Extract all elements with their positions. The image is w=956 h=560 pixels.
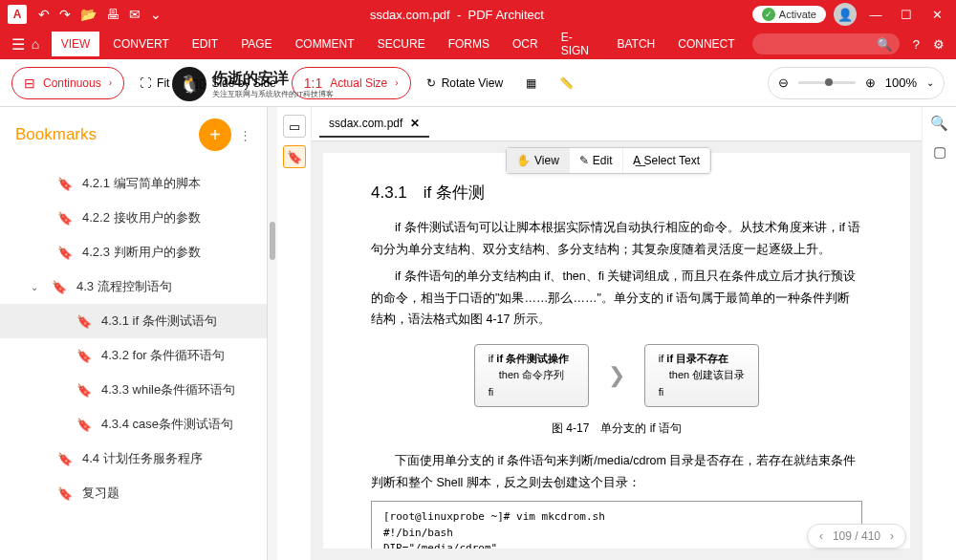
settings-icon[interactable]: ⚙	[933, 37, 945, 52]
continuous-button[interactable]: ⊟ Continuous ›	[11, 67, 124, 99]
bookmark-icon: 🔖	[76, 418, 92, 432]
bookmark-item[interactable]: 🔖4.3.4 case条件测试语句	[0, 407, 267, 442]
bookmark-item[interactable]: ⌄🔖4.3 流程控制语句	[0, 269, 267, 304]
bookmark-item[interactable]: 🔖复习题	[0, 476, 267, 510]
zoom-slider[interactable]	[798, 81, 856, 84]
arrow-icon: ❯	[608, 363, 625, 388]
paragraph: if 条件语句的单分支结构由 if、then、fi 关键词组成，而且只在条件成立…	[371, 266, 862, 331]
panel-icon[interactable]: ▢	[933, 143, 946, 161]
tab-page[interactable]: PAGE	[231, 32, 281, 56]
bookmark-icon: 🔖	[57, 246, 73, 260]
watermark-logo: 🐧	[172, 67, 206, 101]
bookmark-icon: 🔖	[57, 211, 73, 226]
bookmark-item[interactable]: 🔖4.3.2 for 条件循环语句	[0, 338, 267, 373]
diagram-box: if if 目录不存在 then 创建该目录fi	[644, 344, 759, 408]
figure-caption: 图 4-17 单分支的 if 语句	[371, 420, 862, 437]
panel-resizer[interactable]	[268, 107, 277, 560]
bookmark-label: 4.2.3 判断用户的参数	[82, 244, 201, 261]
chevron-down-icon: ⌄	[31, 282, 42, 292]
ruler-icon: 📏	[559, 76, 574, 90]
right-tool-strip: 🔍 ▢	[922, 107, 956, 560]
bookmark-label: 4.3.1 if 条件测试语句	[101, 312, 217, 330]
left-tab-strip: ▭ 🔖	[277, 107, 312, 560]
bookmark-item[interactable]: 🔖4.2.3 判断用户的参数	[0, 235, 267, 269]
zoom-value: 100%	[885, 75, 917, 90]
bookmark-icon: 🔖	[52, 280, 67, 294]
bookmark-item[interactable]: 🔖4.3.3 while条件循环语句	[0, 373, 267, 407]
next-page-button[interactable]: ›	[890, 529, 894, 543]
home-icon[interactable]: ⌂	[32, 36, 48, 52]
bookmark-label: 4.3.3 while条件循环语句	[101, 381, 235, 398]
zoom-in-button[interactable]: ⊕	[865, 75, 876, 90]
rotate-icon: ↻	[426, 76, 436, 90]
dropdown-icon[interactable]: ⌄	[150, 7, 162, 22]
tab-forms[interactable]: FORMS	[439, 32, 499, 56]
code-block: [root@linuxprobe ~]# vim mkcdrom.sh #!/b…	[371, 501, 862, 549]
text-icon: A͟	[633, 154, 641, 167]
grid-button[interactable]: ▦	[518, 76, 544, 90]
menu-icon[interactable]: ☰	[11, 35, 28, 54]
select-text-button[interactable]: A͟Select Text	[623, 148, 710, 173]
tab-batch[interactable]: BATCH	[607, 32, 664, 56]
panel-title: Bookmarks	[15, 125, 191, 144]
close-button[interactable]: ✕	[925, 3, 948, 26]
prev-page-button[interactable]: ‹	[819, 529, 823, 543]
grid-icon: ▦	[526, 76, 536, 90]
ruler-button[interactable]: 📏	[552, 76, 581, 90]
bookmark-item[interactable]: 🔖4.2.2 接收用户的参数	[0, 201, 267, 235]
tab-ocr[interactable]: OCR	[503, 32, 548, 56]
tab-connect[interactable]: CONNECT	[668, 32, 744, 56]
current-page[interactable]: 109	[833, 529, 852, 543]
chevron-down-icon[interactable]: ⌄	[926, 77, 934, 88]
section-heading: 4.3.1 if 条件测	[371, 182, 862, 204]
page-navigator: ‹ 109 / 410 ›	[807, 524, 906, 549]
tab-edit[interactable]: EDIT	[183, 32, 228, 56]
document-tabs: ssdax.com.pdf ✕	[312, 107, 922, 141]
minimize-button[interactable]: —	[864, 3, 887, 26]
pencil-icon: ✎	[579, 154, 589, 167]
close-tab-icon[interactable]: ✕	[410, 117, 420, 130]
edit-mode-button[interactable]: ✎Edit	[570, 148, 623, 173]
bookmark-icon: 🔖	[57, 486, 73, 501]
thumbnails-tab[interactable]: ▭	[283, 115, 306, 138]
diagram-box: if if 条件测试操作 then 命令序列fi	[474, 344, 589, 408]
help-icon[interactable]: ?	[913, 37, 920, 52]
folder-icon[interactable]: 📂	[80, 7, 97, 22]
rotate-button[interactable]: ↻Rotate View	[419, 76, 511, 90]
fit-button[interactable]: ⛶Fit	[132, 76, 177, 90]
chevron-right-icon: ›	[395, 77, 398, 88]
hand-icon: ✋	[516, 154, 531, 167]
chevron-right-icon: ›	[109, 77, 112, 88]
floating-toolbar: ✋View ✎Edit A͟Select Text	[506, 147, 711, 174]
search-input[interactable]: 🔍	[752, 33, 900, 54]
bookmark-item[interactable]: 🔖4.4 计划任务服务程序	[0, 442, 267, 476]
bookmarks-tab[interactable]: 🔖	[283, 145, 306, 168]
view-mode-button[interactable]: ✋View	[507, 148, 570, 173]
activate-button[interactable]: Activate	[752, 6, 826, 23]
tab-secure[interactable]: SECURE	[368, 32, 435, 56]
tab-esign[interactable]: E-SIGN	[552, 25, 604, 63]
add-bookmark-button[interactable]: +	[199, 118, 231, 151]
document-tab[interactable]: ssdax.com.pdf ✕	[319, 111, 429, 138]
tab-convert[interactable]: CONVERT	[103, 32, 178, 56]
bookmark-item[interactable]: 🔖4.2.1 编写简单的脚本	[0, 166, 267, 201]
bookmarks-panel: Bookmarks + ⋮ 🔖4.2.1 编写简单的脚本🔖4.2.2 接收用户的…	[0, 107, 268, 560]
print-icon[interactable]: 🖶	[106, 7, 120, 22]
paragraph: if 条件测试语句可以让脚本根据实际情况自动执行相应的命令。从技术角度来讲，if…	[371, 217, 862, 260]
more-icon[interactable]: ⋮	[239, 128, 251, 142]
back-icon[interactable]: ↶	[38, 7, 50, 22]
account-icon[interactable]: 👤	[834, 3, 857, 26]
forward-icon[interactable]: ↷	[59, 7, 71, 22]
watermark: 🐧 伤逝的安详 关注互联网与系统软件的IT科技博客	[172, 67, 334, 101]
zoom-out-button[interactable]: ⊖	[778, 75, 789, 90]
tab-view[interactable]: VIEW	[52, 32, 100, 56]
search-icon[interactable]: 🔍	[930, 115, 948, 132]
mail-icon[interactable]: ✉	[129, 7, 141, 22]
maximize-button[interactable]: ☐	[895, 3, 918, 26]
page-content: 4.3.1 if 条件测 if 条件测试语句可以让脚本根据实际情况自动执行相应的…	[323, 153, 910, 549]
paragraph: 下面使用单分支的 if 条件语句来判断/media/cdrom 目录是否存在，若…	[371, 450, 862, 493]
bookmark-item[interactable]: 🔖4.3.1 if 条件测试语句	[0, 304, 267, 338]
tab-comment[interactable]: COMMENT	[286, 32, 364, 56]
bookmark-icon: 🔖	[76, 349, 92, 363]
bookmark-label: 4.2.1 编写简单的脚本	[82, 175, 201, 192]
